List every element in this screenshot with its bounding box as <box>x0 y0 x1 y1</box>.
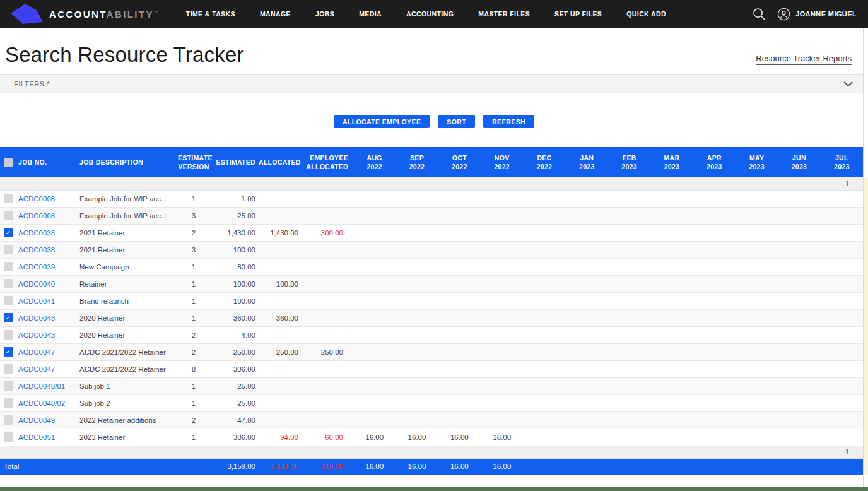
job-number-link[interactable]: ACDC0048/02 <box>18 399 65 407</box>
job-number-link[interactable]: ACDC0038 <box>18 229 55 237</box>
nav-item-time-and-tasks[interactable]: TIME & TASKS <box>186 10 235 18</box>
month-value <box>438 309 481 326</box>
month-value <box>523 190 565 207</box>
row-checkbox[interactable] <box>4 415 13 425</box>
job-number-link[interactable]: ACDC0008 <box>18 195 55 203</box>
col-month-nov-2022: NOV2022 <box>481 147 523 177</box>
total-estimated: 3,159.00 <box>209 458 259 475</box>
row-checkbox[interactable] <box>4 262 13 271</box>
month-value <box>523 411 565 429</box>
job-number-link[interactable]: ACDC0049 <box>18 417 55 424</box>
refresh-button[interactable]: REFRESH <box>483 115 534 128</box>
estimated-value: 360.00 <box>209 309 259 326</box>
row-checkbox[interactable] <box>4 211 13 220</box>
chevron-down-icon[interactable] <box>843 81 853 87</box>
bottom-window-edge <box>0 487 868 491</box>
job-number-link[interactable]: ACDC0047 <box>18 365 55 373</box>
table-row: ACDC0048/02Sub job 2125.00 <box>0 394 863 411</box>
nav-item-accounting[interactable]: ACCOUNTING <box>406 10 454 18</box>
nav-item-jobs[interactable]: JOBS <box>315 10 334 18</box>
month-value <box>566 190 608 207</box>
job-number-link[interactable]: ACDC0051 <box>18 434 55 441</box>
month-value <box>481 258 523 275</box>
row-checkbox[interactable] <box>4 296 13 305</box>
user-menu[interactable]: JOANNE MIGUEL <box>777 8 857 21</box>
job-number-link[interactable]: ACDC0048/01 <box>18 382 65 390</box>
row-checkbox[interactable] <box>4 194 13 203</box>
nav-item-media[interactable]: MEDIA <box>359 10 382 18</box>
row-checkbox-cell <box>0 275 16 292</box>
row-checkbox[interactable] <box>4 381 13 391</box>
job-number-link[interactable]: ACDC0039 <box>18 263 55 271</box>
month-value <box>736 377 778 394</box>
month-value <box>481 394 523 411</box>
month-value <box>438 411 481 429</box>
month-value <box>821 292 863 309</box>
row-checkbox[interactable] <box>4 364 13 374</box>
nav-item-set-up-files[interactable]: SET UP FILES <box>554 10 602 18</box>
job-number-link[interactable]: ACDC0043 <box>18 331 55 339</box>
month-value <box>821 258 863 275</box>
month-value <box>693 394 736 411</box>
month-value <box>650 360 693 377</box>
filters-expander[interactable]: FILTERS * <box>0 74 868 93</box>
month-value <box>650 207 693 224</box>
col-job-description: JOB DESCRIPTION <box>77 147 178 177</box>
job-number-link[interactable]: ACDC0038 <box>18 246 55 254</box>
resource-tracker-reports-link[interactable]: Resource Tracker Reports <box>756 54 852 65</box>
page-number[interactable]: 1 <box>845 448 849 456</box>
month-value <box>778 429 820 446</box>
row-checkbox[interactable] <box>4 279 13 288</box>
nav-item-master-files[interactable]: MASTER FILES <box>478 10 530 18</box>
job-number-link[interactable]: ACDC0008 <box>18 212 55 220</box>
month-value <box>353 241 396 258</box>
month-value <box>438 360 481 377</box>
table-row: ACDC00492022 Retainer additions247.00 <box>0 411 863 429</box>
row-checkbox[interactable] <box>4 330 13 340</box>
estimate-version: 1 <box>178 275 209 292</box>
month-value <box>523 429 565 446</box>
page-number[interactable]: 1 <box>845 180 849 187</box>
row-checkbox[interactable] <box>4 245 13 254</box>
job-number-link[interactable]: ACDC0041 <box>18 297 55 305</box>
employee-allocated-value <box>302 241 353 258</box>
month-value <box>650 326 693 343</box>
estimate-version: 3 <box>178 207 209 224</box>
job-number-link[interactable]: ACDC0040 <box>18 280 55 288</box>
total-month-value <box>736 458 778 475</box>
nav-item-quick-add[interactable]: QUICK ADD <box>626 10 666 18</box>
row-checkbox[interactable] <box>4 347 13 357</box>
month-value <box>778 326 820 343</box>
month-value <box>693 275 736 292</box>
select-all-checkbox[interactable] <box>4 158 13 167</box>
month-value <box>353 360 396 377</box>
row-checkbox[interactable] <box>4 398 13 408</box>
month-value: 16.00 <box>353 429 396 446</box>
month-value <box>396 411 438 429</box>
job-no-cell: ACDC0049 <box>16 411 77 429</box>
month-value <box>438 275 481 292</box>
job-no-cell: ACDC0038 <box>16 241 77 258</box>
month-value <box>736 224 778 241</box>
total-month-value <box>693 458 736 475</box>
col-month-jul-2023: JUL2023 <box>821 147 863 177</box>
total-row: Total3,159.002,234.00610.0016.0016.0016.… <box>0 458 863 475</box>
month-value <box>608 394 650 411</box>
col-month-aug-2022: AUG2022 <box>353 147 396 177</box>
table-row: ACDC0041Brand relaunch1100.00 <box>0 292 863 309</box>
allocate-employee-button[interactable]: ALLOCATE EMPLOYEE <box>334 115 430 128</box>
accountability-logo-icon[interactable] <box>9 3 45 25</box>
job-number-link[interactable]: ACDC0043 <box>18 314 55 322</box>
estimated-value: 25.00 <box>209 394 259 411</box>
allocated-value <box>259 326 302 343</box>
nav-item-manage[interactable]: MANAGE <box>260 10 291 18</box>
row-checkbox[interactable] <box>4 313 13 322</box>
month-value <box>523 343 565 360</box>
sort-button[interactable]: SORT <box>438 115 475 128</box>
search-icon[interactable] <box>753 8 766 21</box>
month-value <box>693 343 736 360</box>
estimate-version: 3 <box>178 241 209 258</box>
row-checkbox[interactable] <box>4 228 13 237</box>
row-checkbox[interactable] <box>4 432 13 442</box>
job-number-link[interactable]: ACDC0047 <box>18 348 55 356</box>
